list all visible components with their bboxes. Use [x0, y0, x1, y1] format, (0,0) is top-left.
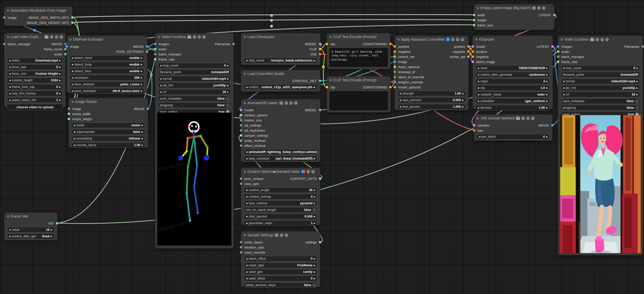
input-port-effect_multival[interactable] [240, 144, 242, 147]
widget-rescale_factor[interactable]: ◀rescale_factor1.00▶ [71, 142, 145, 148]
collapse-dot-icon[interactable] [7, 215, 9, 218]
output-port-IMAGE_GEN_HEIGHT (INT)[interactable] [71, 21, 74, 24]
toggle-knob[interactable] [312, 283, 316, 287]
input-port-images[interactable] [154, 43, 156, 45]
widget-batch_offset[interactable]: ◀batch_offset0▶ [244, 256, 318, 261]
widget-format[interactable]: ◀formatvideo/h264-mp4▶ [158, 76, 231, 82]
node-load-checkpoint[interactable]: Load CheckpointMODELCLIPVAE◀ckpt_nametoo… [241, 33, 320, 65]
increment-arrow-icon[interactable]: ▶ [314, 202, 316, 205]
increment-arrow-icon[interactable]: ▶ [141, 70, 143, 72]
decrement-arrow-icon[interactable]: ◀ [246, 151, 247, 153]
node-title-bar[interactable]: AnimateDiff LoaderAD1 [241, 99, 320, 106]
output-port-CLIP[interactable] [319, 48, 321, 50]
collapse-dot-icon[interactable] [244, 73, 246, 75]
increment-arrow-icon[interactable]: ▶ [227, 65, 229, 67]
input-port-audio[interactable] [154, 48, 156, 50]
decrement-arrow-icon[interactable]: ◀ [71, 70, 73, 72]
output-port-MODEL[interactable] [319, 109, 321, 111]
input-port-image[interactable] [66, 45, 68, 48]
input-port-positive[interactable] [472, 50, 474, 53]
increment-arrow-icon[interactable]: ▶ [314, 59, 316, 62]
node-clip-negative[interactable]: CLIP Text Encode (Prompt)clipCONDITIONIN… [327, 76, 391, 113]
widget-seed[interactable]: ◀seed756507205887639▶ [475, 65, 550, 71]
widget-ckpt_name[interactable]: ◀ckpt_nametoonyou_beta6.safetensors▶ [244, 58, 318, 63]
increment-arrow-icon[interactable]: ▶ [142, 131, 143, 133]
decrement-arrow-icon[interactable]: ◀ [9, 92, 11, 95]
node-animatediff-loader[interactable]: AnimateDiff LoaderAD1modelMODELcontext_o… [241, 99, 320, 162]
wire-dot[interactable] [469, 48, 472, 50]
decrement-arrow-icon[interactable]: ◀ [477, 107, 479, 109]
node-title-bar[interactable]: KSampler [473, 36, 553, 43]
prompt-textarea[interactable]: A beautiful girl dancing, pink long hair… [329, 48, 388, 67]
output-port-CONTEXT_OPTS[interactable] [319, 177, 321, 180]
node-video-combine-right[interactable]: Video CombineVHSimagesFilenamesaudiobatc… [558, 36, 643, 255]
widget-custom_height[interactable]: ◀custom_height1024▶ [7, 78, 63, 83]
node-title-bar[interactable]: Load Checkpoint [241, 33, 320, 40]
widget-force_rate[interactable]: ◀force_rate0▶ [7, 64, 63, 70]
decrement-arrow-icon[interactable]: ◀ [477, 100, 479, 102]
decrement-arrow-icon[interactable]: ◀ [9, 99, 11, 101]
output-port-CONDITIONING[interactable] [389, 43, 392, 45]
widget-detect_hand[interactable]: ◀detect_handenable▶ [69, 55, 145, 61]
collapse-dot-icon[interactable] [69, 38, 72, 41]
output-port-MODEL[interactable] [319, 43, 321, 45]
widget-context_length[interactable]: ◀context_length16▶ [244, 187, 318, 193]
collapse-dot-icon[interactable] [71, 101, 74, 103]
collapse-dot-icon[interactable] [561, 38, 563, 41]
widget-pix_fmt[interactable]: ◀pix_fmtyuv420p▶ [158, 83, 231, 88]
increment-arrow-icon[interactable]: ▶ [314, 196, 316, 198]
widget-skip_first_frames[interactable]: ◀skip_first_frames0▶ [7, 91, 63, 96]
increment-arrow-icon[interactable]: ▶ [546, 100, 548, 102]
increment-arrow-icon[interactable]: ▶ [314, 264, 316, 267]
output-port-positive[interactable] [467, 45, 470, 48]
decrement-arrow-icon[interactable]: ◀ [246, 277, 247, 280]
widget-pingpong[interactable]: pingpongfalse [158, 102, 231, 108]
input-port-ad_keyframes[interactable] [240, 129, 242, 132]
input-port-positive[interactable] [394, 45, 396, 48]
input-port-batch_manager[interactable] [154, 53, 156, 55]
node-title-bar[interactable]: CLIP Text Encode (Prompt) [327, 33, 390, 40]
widget-select_every_nth[interactable]: ◀select_every_nth1▶ [7, 97, 63, 103]
input-port-negative[interactable] [394, 50, 396, 53]
collapse-dot-icon[interactable] [244, 171, 246, 173]
decrement-arrow-icon[interactable]: ◀ [246, 264, 247, 267]
decrement-arrow-icon[interactable]: ◀ [71, 57, 73, 59]
increment-arrow-icon[interactable]: ▶ [546, 94, 548, 96]
widget-seed_offset[interactable]: ◀seed_offset0▶ [244, 276, 318, 281]
decrement-arrow-icon[interactable]: ◀ [73, 137, 75, 140]
toggle-knob[interactable] [312, 208, 316, 212]
node-empty-latent[interactable]: Empty Latent Image (Big Batch)ADwidthLAT… [474, 4, 555, 30]
upload-video-button[interactable]: choose video to upload [7, 104, 63, 110]
widget-filename_prefix[interactable]: filename_prefixAnimateDiff [158, 69, 231, 75]
decrement-arrow-icon[interactable]: ◀ [563, 87, 564, 89]
decrement-arrow-icon[interactable]: ◀ [9, 59, 11, 62]
increment-arrow-icon[interactable]: ▶ [546, 67, 548, 69]
decrement-arrow-icon[interactable]: ◀ [73, 131, 75, 133]
widget-force_size[interactable]: ◀force_sizeCustom Height▶ [7, 71, 63, 76]
wire-dot[interactable] [469, 53, 472, 56]
increment-arrow-icon[interactable]: ▶ [59, 79, 61, 82]
widget-detect_face[interactable]: ◀detect_faceenable▶ [69, 68, 145, 74]
node-title-bar[interactable]: Empty Latent Image (Big Batch)AD [474, 4, 554, 11]
decrement-arrow-icon[interactable]: ◀ [160, 78, 162, 80]
increment-arrow-icon[interactable]: ▶ [59, 66, 61, 68]
input-port-clip[interactable] [326, 86, 328, 88]
output-port-LATENT[interactable] [551, 45, 554, 48]
node-title-bar[interactable]: Context Options◆Standard StaticAD [241, 168, 320, 175]
output-port-IMAGE[interactable] [147, 107, 149, 110]
increment-arrow-icon[interactable]: ▶ [227, 84, 229, 87]
output-port-IMAGE[interactable] [551, 124, 554, 127]
node-load-controlnet[interactable]: Load ControlNet ModelCONTROL_NET◀control… [241, 70, 320, 92]
input-port-model[interactable] [472, 45, 474, 48]
decrement-arrow-icon[interactable]: ◀ [71, 90, 73, 92]
output-port-Filenames[interactable] [232, 43, 235, 45]
input-port-width[interactable] [473, 14, 475, 16]
increment-arrow-icon[interactable]: ▶ [546, 80, 548, 83]
decrement-arrow-icon[interactable]: ◀ [477, 94, 479, 96]
input-port-prev_context[interactable] [240, 177, 242, 180]
collapse-dot-icon[interactable] [244, 234, 246, 236]
input-port-model_optional[interactable] [394, 86, 396, 88]
input-port-weights_override[interactable] [394, 81, 396, 83]
decrement-arrow-icon[interactable]: ◀ [160, 65, 162, 67]
input-port-ad_settings[interactable] [240, 124, 242, 127]
